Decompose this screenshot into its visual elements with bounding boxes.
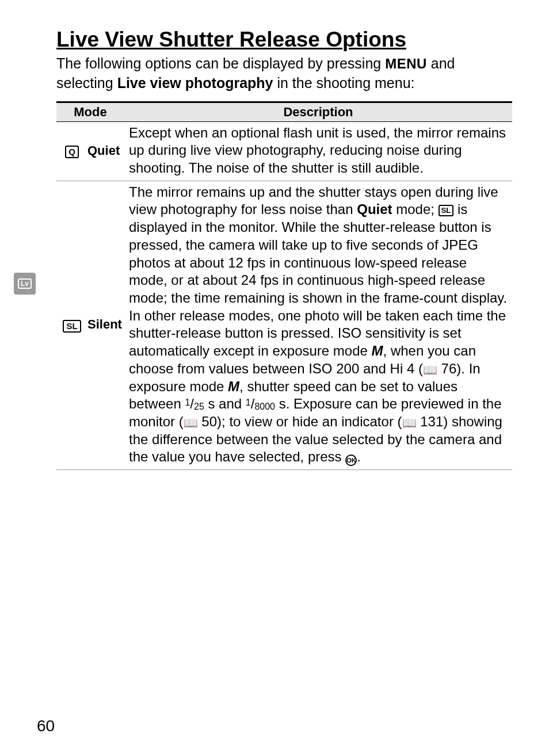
silent-text-3: is displayed in the monitor. While the s… xyxy=(129,201,507,358)
lv-icon: Lv xyxy=(18,278,32,289)
mode-label: Silent xyxy=(83,181,124,470)
table-row: SL Silent The mirror remains up and the … xyxy=(56,181,512,470)
ok-button-icon: OK xyxy=(345,455,357,466)
modes-table: Mode Description Q Quiet Except when an … xyxy=(56,101,512,471)
mode-label: Quiet xyxy=(83,121,124,181)
page-ref-icon: 📖 xyxy=(402,417,417,429)
fraction-slash: / xyxy=(190,396,194,411)
quiet-reference: Quiet xyxy=(357,201,392,217)
fraction-denominator: 25 xyxy=(194,402,204,411)
exposure-mode-m-icon: M xyxy=(228,379,239,394)
intro-text-1: The following options can be displayed b… xyxy=(56,55,385,71)
exposure-mode-m-icon: M xyxy=(372,343,383,358)
mode-icon-cell: SL xyxy=(56,181,83,470)
menu-option-name: Live view photography xyxy=(117,75,273,91)
menu-button-label: MENU xyxy=(385,56,427,71)
mode-description: Except when an optional flash unit is us… xyxy=(124,121,512,181)
page-number: 60 xyxy=(37,717,55,735)
quiet-mode-icon: Q xyxy=(65,146,79,158)
page-ref-2: 50); to view or hide an indicator ( xyxy=(198,414,402,429)
silent-mode-icon: SL xyxy=(63,320,81,333)
sl-inline-icon: SL xyxy=(439,205,454,216)
silent-text-6: s and xyxy=(204,396,246,411)
silent-text-8: . xyxy=(357,449,361,464)
mode-icon-cell: Q xyxy=(56,121,83,181)
table-header-row: Mode Description xyxy=(56,102,512,121)
header-description: Description xyxy=(124,102,512,121)
fraction-denominator: 8000 xyxy=(254,402,275,411)
silent-text-2: mode; xyxy=(392,201,439,217)
fraction-numerator: 1 xyxy=(246,398,251,407)
mode-description-silent: The mirror remains up and the shutter st… xyxy=(124,181,512,470)
table-row: Q Quiet Except when an optional flash un… xyxy=(56,121,512,181)
page-title: Live View Shutter Release Options xyxy=(56,28,512,52)
fraction-numerator: 1 xyxy=(185,398,190,407)
page-ref-icon: 📖 xyxy=(184,417,198,429)
intro-paragraph: The following options can be displayed b… xyxy=(56,54,512,93)
page-ref-icon: 📖 xyxy=(423,364,437,376)
header-mode: Mode xyxy=(56,102,124,121)
page-content: Live View Shutter Release Options The fo… xyxy=(0,0,549,493)
intro-text-3: in the shooting menu: xyxy=(273,75,415,91)
section-tab: Lv xyxy=(14,273,36,295)
